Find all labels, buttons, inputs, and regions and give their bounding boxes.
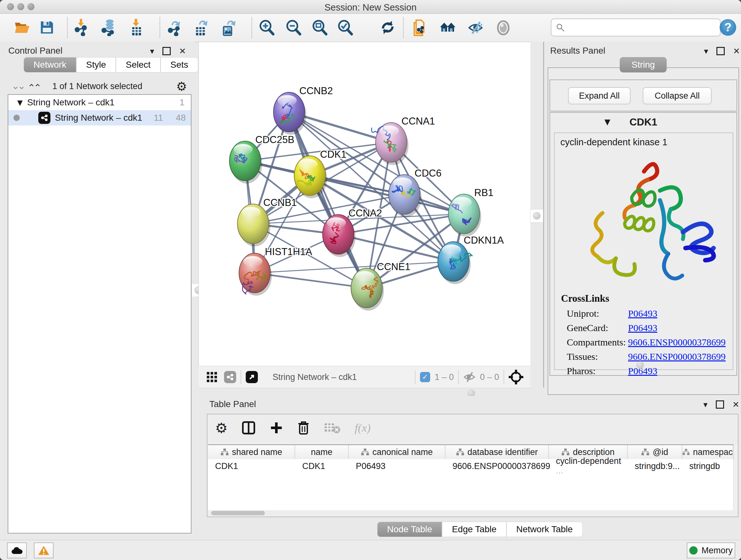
network-collection-row[interactable]: ▼ String Network – cdk1 1	[8, 95, 191, 110]
close-panel-icon[interactable]: ✕	[179, 46, 186, 56]
hidden-eye-slash-icon[interactable]	[463, 372, 475, 382]
save-session-icon[interactable]	[38, 18, 56, 37]
crosslink-label: Pharos:	[567, 366, 628, 376]
show-columns-icon[interactable]	[242, 421, 256, 435]
home-icon[interactable]	[439, 18, 457, 37]
table-cell[interactable]: cyclin-dependent ...	[549, 459, 628, 473]
grid-view-icon[interactable]	[206, 371, 218, 383]
collapse-all-button[interactable]: Collapse All	[643, 87, 712, 105]
table-cell[interactable]: CDK1	[208, 459, 295, 473]
search-input[interactable]	[568, 22, 716, 33]
cloud-icon	[11, 546, 23, 555]
network-node-rb1[interactable]: RB1	[448, 187, 493, 237]
table-cell[interactable]: P06493	[349, 459, 446, 473]
network-row-selected[interactable]: String Network – cdk1 11 48	[8, 110, 191, 125]
table-cell[interactable]: 9606.ENSP00000378699	[446, 459, 549, 473]
help-icon[interactable]: ?	[719, 18, 737, 37]
show-panel-eye-icon[interactable]	[494, 18, 513, 37]
tab-string[interactable]: String	[620, 57, 667, 72]
float-panel-icon[interactable]	[716, 400, 724, 409]
network-canvas[interactable]: CCNB2CCNA1CDC25BCDK1CDC6RB1CCNB1CCNA2CDK…	[199, 42, 531, 367]
network-node-ccne1[interactable]: CCNE1	[351, 261, 410, 311]
network-node-hist1h1a[interactable]: HIST1H1A	[239, 246, 312, 296]
memory-button[interactable]: Memory	[687, 543, 735, 558]
crosslink-label: Tissues:	[567, 351, 628, 362]
table-cell[interactable]: stringdb:9...	[628, 459, 682, 473]
column-header-shared-name[interactable]: shared name	[208, 445, 295, 459]
tree-expander-icon[interactable]: ▼	[17, 99, 23, 107]
toolbar-divider	[415, 370, 415, 384]
cloud-button[interactable]	[7, 543, 27, 558]
gene-section-header[interactable]: ▼ CDK1	[550, 113, 737, 131]
node-label: CDKN1A	[464, 235, 504, 246]
table-horizontal-scrollbar[interactable]	[211, 511, 265, 515]
close-panel-icon[interactable]: ✕	[732, 400, 739, 409]
network-node-cdkn1a[interactable]: CDKN1A	[438, 235, 504, 284]
tab-edge-table[interactable]: Edge Table	[442, 522, 507, 537]
close-panel-icon[interactable]: ✕	[733, 46, 740, 56]
delete-column-trash-icon[interactable]	[297, 421, 310, 435]
network-edge[interactable]	[289, 112, 367, 288]
tab-sets[interactable]: Sets	[160, 57, 198, 72]
table-cell[interactable]: stringdb	[682, 459, 733, 473]
selected-nodes-checkbox-icon[interactable]: ✓	[420, 372, 430, 382]
warnings-button[interactable]	[34, 543, 54, 558]
export-image-icon[interactable]	[219, 18, 238, 37]
export-network-icon[interactable]	[165, 18, 184, 37]
crosslink-label: Uniprot:	[567, 308, 628, 319]
tab-node-table[interactable]: Node Table	[377, 522, 442, 537]
network-options-gear-icon[interactable]: ⚙	[176, 79, 187, 94]
panel-divider[interactable]	[543, 42, 544, 388]
column-header-database-identifier[interactable]: database identifier	[446, 445, 549, 459]
tab-network[interactable]: Network	[23, 57, 76, 72]
panel-menu-chevron-icon[interactable]: ▾	[150, 46, 154, 56]
right-splitter-handle[interactable]	[530, 209, 543, 223]
import-network-database-icon[interactable]	[99, 18, 118, 37]
refresh-icon[interactable]	[379, 18, 397, 37]
import-network-file-icon[interactable]	[73, 18, 91, 37]
birdseye-crosshair-icon[interactable]	[509, 370, 523, 384]
network-row-label: String Network – cdk1	[55, 113, 142, 123]
table-vertical-scrollbar[interactable]	[733, 444, 738, 510]
zoom-selected-icon[interactable]	[336, 18, 354, 37]
search-box	[551, 18, 721, 37]
zoom-out-icon[interactable]	[284, 18, 302, 37]
add-column-icon[interactable]	[270, 421, 283, 435]
network-from-document-icon[interactable]	[411, 18, 429, 37]
table-options-gear-icon[interactable]: ⚙	[215, 420, 227, 436]
column-header-canonical-name[interactable]: canonical name	[349, 445, 446, 459]
hide-panels-eye-slash-icon[interactable]	[467, 18, 485, 37]
network-view-share-icon[interactable]	[224, 371, 236, 383]
network-node-ccna1[interactable]: CCNA1	[372, 116, 435, 165]
results-scroll-knob[interactable]	[636, 361, 644, 369]
panel-menu-chevron-icon[interactable]: ▾	[704, 46, 708, 56]
column-header-@id[interactable]: @id	[628, 445, 682, 459]
crosslink-link[interactable]: 9606.ENSP00000378699	[628, 337, 726, 348]
import-table-file-icon[interactable]	[127, 18, 145, 37]
tab-network-table[interactable]: Network Table	[507, 522, 583, 537]
network-node-ccnb2[interactable]: CCNB2	[273, 85, 333, 135]
column-header-namespac[interactable]: namespac	[682, 445, 733, 459]
crosslink-link[interactable]: P06493	[628, 322, 657, 333]
table-data-row[interactable]: CDK1CDK1P064939606.ENSP00000378699cyclin…	[208, 459, 733, 473]
open-in-window-icon[interactable]	[246, 371, 258, 383]
section-expander-icon[interactable]: ▼	[604, 118, 610, 126]
network-status-dot-icon	[13, 115, 20, 121]
table-cell[interactable]: CDK1	[295, 459, 349, 473]
crosslink-link[interactable]: P06493	[628, 308, 657, 319]
title-bar: Session: New Session	[0, 0, 741, 14]
tab-style[interactable]: Style	[76, 57, 116, 72]
toolbar-divider	[503, 370, 504, 384]
panel-menu-chevron-icon[interactable]: ▾	[703, 400, 708, 409]
float-panel-icon[interactable]	[162, 47, 171, 55]
zoom-fit-icon[interactable]	[310, 18, 329, 37]
expand-all-button[interactable]: Expand All	[568, 87, 630, 105]
tab-select[interactable]: Select	[116, 57, 160, 72]
float-panel-icon[interactable]	[717, 47, 725, 55]
open-file-icon[interactable]	[13, 18, 31, 37]
column-header-name[interactable]: name	[295, 445, 349, 459]
zoom-in-icon[interactable]	[257, 18, 276, 37]
export-table-icon[interactable]	[192, 18, 211, 37]
crosslink-link[interactable]: 9606.ENSP00000378699	[628, 351, 726, 362]
selected-counter: 1 – 0	[434, 372, 454, 382]
